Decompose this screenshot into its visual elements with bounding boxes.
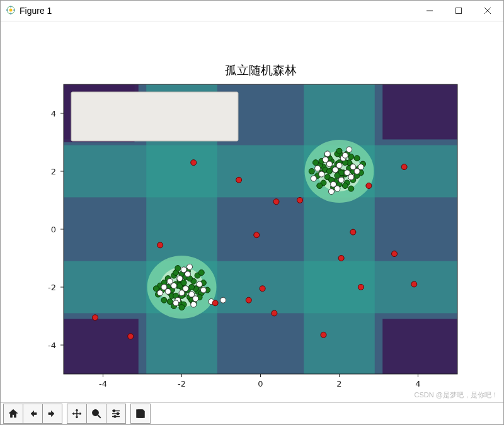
svg-point-152	[193, 296, 198, 302]
svg-point-188	[254, 232, 260, 238]
svg-point-158	[220, 297, 226, 303]
svg-point-180	[329, 189, 335, 195]
svg-point-190	[273, 199, 279, 205]
svg-point-172	[323, 157, 328, 162]
svg-point-114	[354, 156, 360, 161]
svg-point-74	[161, 297, 167, 303]
svg-point-126	[189, 285, 195, 290]
svg-point-192	[297, 198, 303, 203]
svg-point-160	[173, 300, 179, 306]
svg-point-139	[198, 270, 204, 276]
figure-area: -4-2024-4-2024孤立随机森林training observation…	[1, 21, 503, 402]
svg-point-197	[411, 281, 417, 287]
nav-toolbar	[1, 402, 503, 424]
svg-point-200	[212, 300, 218, 306]
svg-point-140	[336, 148, 342, 154]
svg-point-175	[335, 186, 340, 191]
svg-text:0: 0	[258, 379, 263, 388]
svg-text:4: 4	[415, 379, 420, 388]
svg-rect-209	[71, 92, 238, 141]
svg-text:2: 2	[51, 167, 56, 176]
svg-point-1	[9, 8, 13, 11]
svg-point-183	[93, 315, 98, 320]
svg-point-156	[200, 287, 206, 293]
minimize-button[interactable]	[415, 1, 444, 21]
svg-point-178	[342, 152, 348, 158]
svg-text:-4: -4	[99, 379, 107, 388]
svg-point-182	[311, 176, 316, 181]
svg-point-189	[260, 286, 265, 292]
svg-point-187	[236, 177, 242, 183]
svg-point-179	[346, 147, 352, 152]
svg-point-141	[179, 305, 185, 310]
svg-point-177	[324, 151, 330, 157]
svg-point-194	[358, 285, 364, 290]
svg-point-199	[338, 256, 344, 261]
svg-point-191	[272, 310, 277, 316]
svg-text:4: 4	[51, 109, 56, 118]
svg-rect-11	[64, 145, 457, 198]
svg-point-137	[348, 186, 354, 191]
svg-point-154	[167, 278, 173, 284]
svg-point-159	[191, 302, 197, 307]
window-title: Figure 1	[20, 6, 52, 16]
save-button[interactable]	[130, 404, 151, 424]
svg-point-176	[315, 166, 321, 171]
svg-point-198	[392, 251, 398, 257]
home-button[interactable]	[3, 404, 23, 424]
svg-text:-2: -2	[48, 283, 56, 292]
svg-point-185	[158, 242, 163, 248]
svg-point-116	[313, 160, 319, 166]
svg-point-106	[342, 183, 348, 189]
svg-line-211	[98, 415, 101, 418]
svg-point-148	[197, 281, 202, 287]
svg-point-195	[366, 183, 372, 189]
svg-rect-13	[382, 84, 457, 139]
svg-point-133	[309, 169, 314, 174]
svg-rect-10	[304, 84, 375, 374]
svg-point-217	[114, 416, 116, 417]
svg-point-181	[358, 164, 364, 170]
svg-point-196	[401, 164, 407, 170]
svg-point-174	[348, 174, 354, 180]
svg-point-153	[179, 290, 185, 296]
back-button[interactable]	[23, 404, 43, 424]
svg-text:-2: -2	[178, 379, 186, 388]
pan-button[interactable]	[67, 404, 87, 424]
svg-point-173	[336, 162, 342, 168]
svg-point-193	[321, 332, 326, 337]
svg-rect-3	[456, 8, 462, 14]
svg-point-146	[177, 276, 183, 281]
svg-point-201	[246, 297, 251, 303]
svg-point-138	[317, 183, 323, 189]
maximize-button[interactable]	[444, 1, 473, 21]
svg-text:2: 2	[336, 379, 341, 388]
svg-point-202	[350, 229, 356, 235]
svg-point-162	[187, 264, 193, 269]
figure-window: Figure 1 -4-2024-4-2024孤立随机森林training ob…	[0, 0, 504, 425]
svg-text:孤立随机森林: 孤立随机森林	[225, 64, 297, 77]
svg-point-155	[181, 267, 186, 273]
svg-point-166	[338, 177, 344, 183]
svg-point-151	[161, 285, 167, 290]
close-button[interactable]	[473, 1, 502, 21]
svg-point-131	[326, 169, 332, 174]
svg-point-168	[319, 171, 324, 177]
svg-text:0: 0	[51, 225, 56, 234]
scatter-plot[interactable]: -4-2024-4-2024孤立随机森林training observation…	[1, 21, 503, 403]
svg-point-184	[128, 334, 134, 339]
zoom-button[interactable]	[86, 404, 106, 424]
svg-rect-218	[138, 410, 142, 412]
svg-text:-4: -4	[48, 341, 56, 350]
svg-point-136	[175, 266, 181, 271]
app-icon	[6, 5, 16, 17]
svg-rect-14	[64, 319, 139, 374]
configure-button[interactable]	[106, 404, 126, 424]
svg-point-215	[113, 410, 115, 412]
forward-button[interactable]	[42, 404, 62, 424]
svg-point-216	[117, 413, 119, 415]
watermark: CSDN @是梦吧，是你吧！	[415, 390, 498, 400]
svg-point-161	[158, 290, 163, 296]
svg-point-186	[191, 160, 197, 166]
titlebar: Figure 1	[1, 1, 503, 21]
